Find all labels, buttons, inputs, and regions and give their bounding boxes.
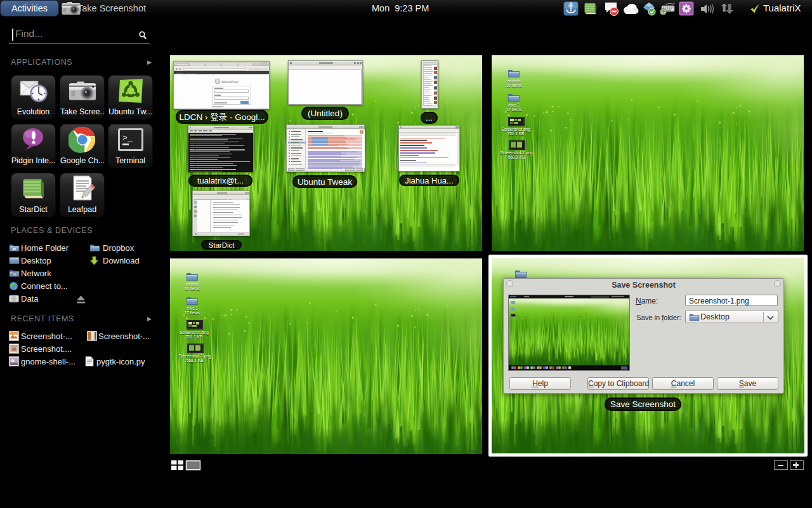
svg-text:WordPress: WordPress — [221, 80, 239, 84]
svg-text:>_: >_ — [122, 133, 133, 143]
